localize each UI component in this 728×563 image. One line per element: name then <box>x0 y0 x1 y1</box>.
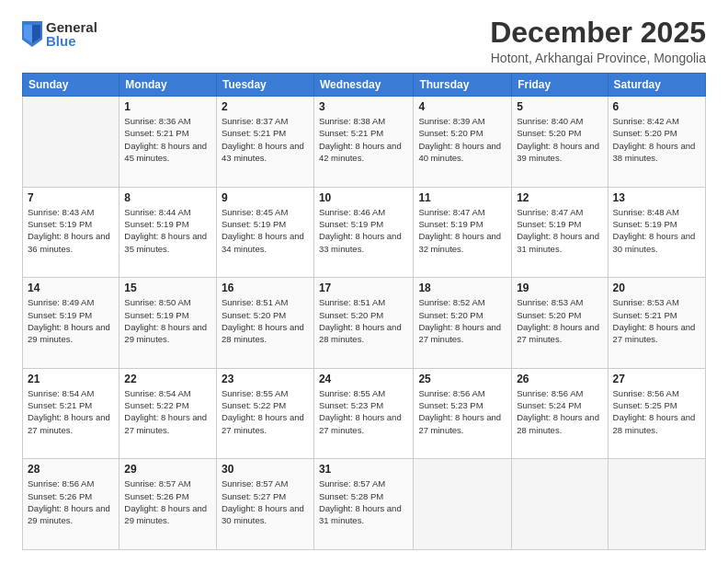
week-row-4: 28Sunrise: 8:56 AMSunset: 5:26 PMDayligh… <box>23 459 706 550</box>
logo-general-text: General <box>46 20 97 34</box>
day-info: Sunrise: 8:48 AMSunset: 5:19 PMDaylight:… <box>613 206 700 255</box>
day-number: 14 <box>28 282 114 294</box>
calendar-cell: 31Sunrise: 8:57 AMSunset: 5:28 PMDayligh… <box>313 459 413 550</box>
day-info: Sunrise: 8:56 AMSunset: 5:26 PMDaylight:… <box>28 477 114 526</box>
day-number: 13 <box>613 191 700 204</box>
calendar-cell <box>512 459 608 550</box>
calendar-cell: 2Sunrise: 8:37 AMSunset: 5:21 PMDaylight… <box>216 97 313 188</box>
calendar-cell: 23Sunrise: 8:55 AMSunset: 5:22 PMDayligh… <box>216 368 313 459</box>
day-number: 1 <box>124 100 211 113</box>
calendar-cell: 10Sunrise: 8:46 AMSunset: 5:19 PMDayligh… <box>313 187 413 278</box>
logo-text: General Blue <box>46 20 97 48</box>
day-number: 6 <box>613 100 700 113</box>
day-number: 10 <box>319 191 408 204</box>
week-row-2: 14Sunrise: 8:49 AMSunset: 5:19 PMDayligh… <box>23 278 706 369</box>
calendar-cell: 1Sunrise: 8:36 AMSunset: 5:21 PMDaylight… <box>119 97 217 188</box>
calendar-cell: 20Sunrise: 8:53 AMSunset: 5:21 PMDayligh… <box>608 278 705 369</box>
day-number: 16 <box>222 282 309 294</box>
day-number: 9 <box>222 191 309 204</box>
week-row-3: 21Sunrise: 8:54 AMSunset: 5:21 PMDayligh… <box>23 368 706 459</box>
day-info: Sunrise: 8:40 AMSunset: 5:20 PMDaylight:… <box>517 115 602 164</box>
day-number: 26 <box>517 373 602 385</box>
day-info: Sunrise: 8:45 AMSunset: 5:19 PMDaylight:… <box>222 206 309 255</box>
calendar-cell: 17Sunrise: 8:51 AMSunset: 5:20 PMDayligh… <box>313 278 413 369</box>
header: General Blue December 2025 Hotont, Arkha… <box>22 17 706 65</box>
day-header-tuesday: Tuesday <box>216 74 313 97</box>
day-header-sunday: Sunday <box>23 74 119 97</box>
location-subtitle: Hotont, Arkhangai Province, Mongolia <box>490 51 706 65</box>
day-info: Sunrise: 8:44 AMSunset: 5:19 PMDaylight:… <box>124 206 211 255</box>
calendar-cell: 18Sunrise: 8:52 AMSunset: 5:20 PMDayligh… <box>414 278 512 369</box>
day-info: Sunrise: 8:53 AMSunset: 5:21 PMDaylight:… <box>613 296 700 345</box>
day-info: Sunrise: 8:54 AMSunset: 5:21 PMDaylight:… <box>28 387 114 436</box>
calendar-cell: 24Sunrise: 8:55 AMSunset: 5:23 PMDayligh… <box>313 368 413 459</box>
month-title: December 2025 <box>490 17 706 49</box>
day-number: 2 <box>222 100 309 113</box>
day-info: Sunrise: 8:49 AMSunset: 5:19 PMDaylight:… <box>28 296 114 345</box>
calendar-cell: 19Sunrise: 8:53 AMSunset: 5:20 PMDayligh… <box>512 278 608 369</box>
day-info: Sunrise: 8:53 AMSunset: 5:20 PMDaylight:… <box>517 296 602 345</box>
day-info: Sunrise: 8:46 AMSunset: 5:19 PMDaylight:… <box>319 206 408 255</box>
day-info: Sunrise: 8:51 AMSunset: 5:20 PMDaylight:… <box>222 296 309 345</box>
day-number: 15 <box>124 282 211 294</box>
day-number: 18 <box>418 282 506 294</box>
logo-icon <box>22 21 42 47</box>
day-info: Sunrise: 8:51 AMSunset: 5:20 PMDaylight:… <box>319 296 408 345</box>
calendar-cell: 26Sunrise: 8:56 AMSunset: 5:24 PMDayligh… <box>512 368 608 459</box>
logo: General Blue <box>22 20 97 48</box>
day-number: 5 <box>517 100 602 113</box>
day-number: 28 <box>28 463 114 476</box>
day-number: 23 <box>222 373 309 385</box>
day-info: Sunrise: 8:57 AMSunset: 5:26 PMDaylight:… <box>124 477 211 526</box>
day-number: 11 <box>418 191 506 204</box>
week-row-1: 7Sunrise: 8:43 AMSunset: 5:19 PMDaylight… <box>23 187 706 278</box>
calendar-cell: 4Sunrise: 8:39 AMSunset: 5:20 PMDaylight… <box>414 97 512 188</box>
day-number: 21 <box>28 373 114 385</box>
calendar-cell: 21Sunrise: 8:54 AMSunset: 5:21 PMDayligh… <box>23 368 119 459</box>
calendar-cell: 14Sunrise: 8:49 AMSunset: 5:19 PMDayligh… <box>23 278 119 369</box>
calendar-cell: 11Sunrise: 8:47 AMSunset: 5:19 PMDayligh… <box>414 187 512 278</box>
calendar-cell: 9Sunrise: 8:45 AMSunset: 5:19 PMDaylight… <box>216 187 313 278</box>
week-row-0: 1Sunrise: 8:36 AMSunset: 5:21 PMDaylight… <box>23 97 706 188</box>
day-number: 31 <box>319 463 408 476</box>
day-number: 8 <box>124 191 211 204</box>
day-info: Sunrise: 8:55 AMSunset: 5:23 PMDaylight:… <box>319 387 408 436</box>
day-number: 29 <box>124 463 211 476</box>
day-info: Sunrise: 8:52 AMSunset: 5:20 PMDaylight:… <box>418 296 506 345</box>
day-info: Sunrise: 8:38 AMSunset: 5:21 PMDaylight:… <box>319 115 408 164</box>
day-info: Sunrise: 8:54 AMSunset: 5:22 PMDaylight:… <box>124 387 211 436</box>
calendar-cell: 16Sunrise: 8:51 AMSunset: 5:20 PMDayligh… <box>216 278 313 369</box>
calendar-cell: 27Sunrise: 8:56 AMSunset: 5:25 PMDayligh… <box>608 368 705 459</box>
day-info: Sunrise: 8:56 AMSunset: 5:25 PMDaylight:… <box>613 387 700 436</box>
calendar-cell <box>608 459 705 550</box>
title-block: December 2025 Hotont, Arkhangai Province… <box>490 17 706 65</box>
day-info: Sunrise: 8:56 AMSunset: 5:23 PMDaylight:… <box>418 387 506 436</box>
calendar-table: SundayMondayTuesdayWednesdayThursdayFrid… <box>22 73 706 550</box>
day-info: Sunrise: 8:57 AMSunset: 5:27 PMDaylight:… <box>222 477 309 526</box>
day-header-friday: Friday <box>512 74 608 97</box>
calendar-cell: 22Sunrise: 8:54 AMSunset: 5:22 PMDayligh… <box>119 368 217 459</box>
day-info: Sunrise: 8:47 AMSunset: 5:19 PMDaylight:… <box>418 206 506 255</box>
day-info: Sunrise: 8:42 AMSunset: 5:20 PMDaylight:… <box>613 115 700 164</box>
day-number: 22 <box>124 373 211 385</box>
day-header-saturday: Saturday <box>608 74 705 97</box>
day-header-wednesday: Wednesday <box>313 74 413 97</box>
calendar-cell <box>414 459 512 550</box>
day-info: Sunrise: 8:57 AMSunset: 5:28 PMDaylight:… <box>319 477 408 526</box>
logo-blue-text: Blue <box>46 34 97 48</box>
calendar-cell: 6Sunrise: 8:42 AMSunset: 5:20 PMDaylight… <box>608 97 705 188</box>
calendar-cell <box>23 97 119 188</box>
day-info: Sunrise: 8:56 AMSunset: 5:24 PMDaylight:… <box>517 387 602 436</box>
day-number: 7 <box>28 191 114 204</box>
day-number: 27 <box>613 373 700 385</box>
day-number: 4 <box>418 100 506 113</box>
day-header-monday: Monday <box>119 74 217 97</box>
calendar-cell: 28Sunrise: 8:56 AMSunset: 5:26 PMDayligh… <box>23 459 119 550</box>
calendar-cell: 3Sunrise: 8:38 AMSunset: 5:21 PMDaylight… <box>313 97 413 188</box>
header-row: SundayMondayTuesdayWednesdayThursdayFrid… <box>23 74 706 97</box>
calendar-cell: 15Sunrise: 8:50 AMSunset: 5:19 PMDayligh… <box>119 278 217 369</box>
day-info: Sunrise: 8:55 AMSunset: 5:22 PMDaylight:… <box>222 387 309 436</box>
day-number: 12 <box>517 191 602 204</box>
calendar-cell: 29Sunrise: 8:57 AMSunset: 5:26 PMDayligh… <box>119 459 217 550</box>
day-number: 25 <box>418 373 506 385</box>
